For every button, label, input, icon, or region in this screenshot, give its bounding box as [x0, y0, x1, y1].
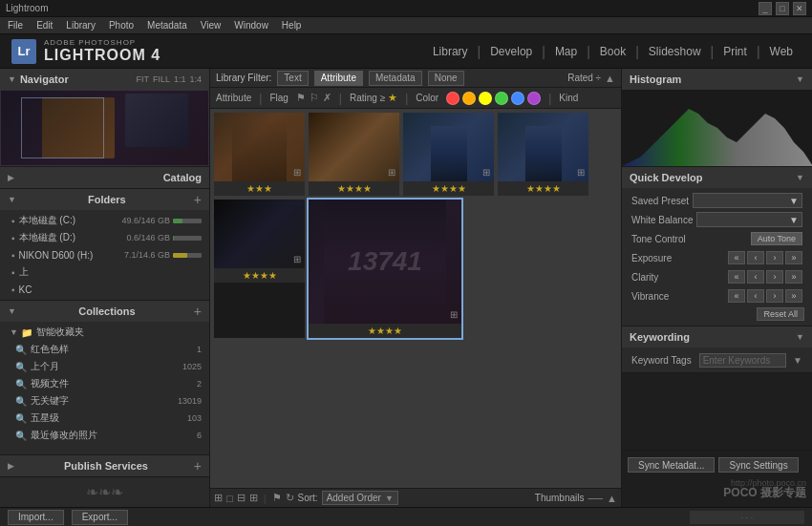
nav-fit[interactable]: FIT [136, 74, 149, 84]
nav-print[interactable]: Print [716, 41, 755, 62]
filter-expand-icon[interactable]: ▲ [605, 73, 615, 84]
nav-1-4[interactable]: 1:4 [189, 74, 202, 84]
thumbnails-slider[interactable]: ── [588, 493, 604, 504]
photo-cell-6[interactable]: 13741 ⊞ ★★★★ [309, 200, 461, 338]
collection-item[interactable]: 🔍 最近修改的照片 6 [0, 427, 209, 444]
exposure-down[interactable]: ‹ [747, 251, 764, 264]
color-red[interactable] [446, 92, 459, 105]
clarity-down-down[interactable]: « [728, 270, 745, 284]
menu-photo[interactable]: Photo [109, 20, 134, 31]
menu-help[interactable]: Help [282, 20, 302, 31]
publish-add-button[interactable]: + [194, 458, 202, 473]
nav-1-1[interactable]: 1:1 [174, 74, 186, 84]
white-balance-dropdown[interactable]: ▼ [696, 212, 802, 227]
keywording-header[interactable]: Keywording ▼ [622, 326, 812, 347]
nav-fill[interactable]: FILL [153, 74, 170, 84]
catalog-header[interactable]: ▶ Catalog [0, 167, 209, 188]
nav-book[interactable]: Book [592, 41, 633, 62]
menu-window[interactable]: Window [234, 20, 268, 31]
folder-item[interactable]: ▪ KC [0, 281, 209, 298]
filter-tab-none[interactable]: None [428, 71, 464, 86]
vibrance-up[interactable]: › [766, 289, 783, 303]
filter-tab-metadata[interactable]: Metadata [369, 71, 422, 86]
import-button[interactable]: Import... [8, 510, 64, 525]
nav-develop[interactable]: Develop [482, 41, 540, 62]
exposure-up-up[interactable]: » [785, 251, 802, 264]
saved-preset-dropdown[interactable]: ▼ [693, 193, 802, 208]
folder-item[interactable]: ▪ 本地磁盘 (D:) 0.6/146 GB [0, 229, 209, 246]
folder-item[interactable]: ▪ 上 [0, 263, 209, 281]
histogram-header[interactable]: Histogram ▼ [622, 69, 812, 90]
menu-library[interactable]: Library [66, 20, 96, 31]
collection-item[interactable]: 🔍 无关键字 13019 [0, 392, 209, 410]
survey-view-icon[interactable]: ⊞ [249, 492, 258, 504]
sync-metadata-button[interactable]: Sync Metadat... [628, 457, 715, 473]
keyword-input[interactable]: Enter Keywords [699, 353, 786, 368]
sync-settings-button[interactable]: Sync Settings [718, 457, 798, 473]
minimize-button[interactable]: _ [759, 2, 772, 15]
photo-cell-5[interactable]: ⊞ ★★★★ [214, 200, 305, 338]
nav-web[interactable]: Web [762, 41, 801, 62]
folder-item[interactable]: ▪ NIKON D600 (H:) 7.1/14.6 GB [0, 246, 209, 263]
exposure-down-down[interactable]: « [728, 251, 745, 264]
filter-tab-attribute[interactable]: Attribute [314, 71, 363, 86]
navigator-header[interactable]: ▼ Navigator FIT FILL 1:1 1:4 [0, 69, 209, 90]
grid-view-icon[interactable]: ⊞ [214, 492, 223, 504]
vibrance-down-down[interactable]: « [728, 289, 745, 303]
folder-item[interactable]: ▪ 本地磁盘 (C:) 49.6/146 GB [0, 212, 209, 229]
collection-item[interactable]: 🔍 五星级 103 [0, 410, 209, 427]
folders-add-button[interactable]: + [194, 192, 202, 207]
exposure-up[interactable]: › [766, 251, 783, 264]
collection-group[interactable]: ▼ 📁 智能收藏夹 [0, 324, 209, 341]
exposure-row: Exposure « ‹ › » [626, 248, 808, 267]
clarity-up[interactable]: › [766, 270, 783, 284]
clarity-up-up[interactable]: » [785, 270, 802, 284]
menu-file[interactable]: File [8, 20, 23, 31]
nav-library[interactable]: Library [425, 41, 476, 62]
flag-icon[interactable]: ⚑ [296, 92, 306, 104]
nav-map[interactable]: Map [547, 41, 585, 62]
color-orange[interactable] [462, 92, 476, 105]
reset-all-button[interactable]: Reset All [757, 307, 804, 321]
flag-toolbar-icon[interactable]: ⚑ [272, 492, 282, 504]
nav-slideshow[interactable]: Slideshow [641, 41, 709, 62]
menu-view[interactable]: View [201, 20, 222, 31]
photo-cell-3[interactable]: ⊞ ★★★★ [403, 113, 494, 196]
auto-tone-button[interactable]: Auto Tone [751, 232, 802, 245]
close-button[interactable]: ✕ [793, 2, 806, 15]
toolbar-expand-icon[interactable]: ▲ [607, 493, 617, 504]
photo-cell-4[interactable]: ⊞ ★★★★ [498, 113, 588, 196]
collection-item[interactable]: 🔍 视频文件 2 [0, 375, 209, 392]
color-green[interactable] [495, 92, 508, 105]
collections-add-button[interactable]: + [194, 304, 202, 319]
export-button[interactable]: Export... [72, 510, 128, 525]
vibrance-up-up[interactable]: » [785, 289, 802, 303]
maximize-button[interactable]: □ [776, 2, 789, 15]
sort-dropdown[interactable]: Added Order ▼ [322, 491, 398, 505]
filter-tab-text[interactable]: Text [277, 71, 308, 86]
rotate-icon[interactable]: ↻ [286, 492, 294, 504]
vibrance-down[interactable]: ‹ [747, 289, 764, 303]
unflag-icon[interactable]: ⚐ [310, 92, 319, 104]
quick-develop-header[interactable]: Quick Develop ▼ [622, 167, 812, 188]
color-purple[interactable] [527, 92, 541, 105]
loupe-view-icon[interactable]: □ [226, 493, 233, 504]
collection-item[interactable]: 🔍 上个月 1025 [0, 358, 209, 375]
keyword-settings-icon[interactable]: ▼ [793, 355, 802, 366]
rating-stars[interactable]: ★ [388, 92, 397, 104]
clarity-down[interactable]: ‹ [747, 270, 764, 284]
collections-header[interactable]: ▼ Collections + [0, 301, 209, 322]
menu-metadata[interactable]: Metadata [147, 20, 187, 31]
photo-cell-1[interactable]: ⊞ ★★★ [214, 113, 305, 196]
publish-services-header[interactable]: ▶ Publish Services + [0, 455, 209, 476]
folders-header[interactable]: ▼ Folders + [0, 189, 209, 210]
reject-icon[interactable]: ✗ [323, 92, 331, 104]
color-yellow[interactable] [479, 92, 492, 105]
menu-edit[interactable]: Edit [36, 20, 53, 31]
compare-view-icon[interactable]: ⊟ [237, 492, 246, 504]
collection-item[interactable]: 🔍 红色色样 1 [0, 341, 209, 358]
photo-stars: ★★★★ [309, 324, 461, 338]
photo-cell-2[interactable]: ⊞ ★★★★ [309, 113, 399, 196]
folder-size: 7.1/14.6 GB [124, 250, 170, 260]
color-blue[interactable] [511, 92, 524, 105]
